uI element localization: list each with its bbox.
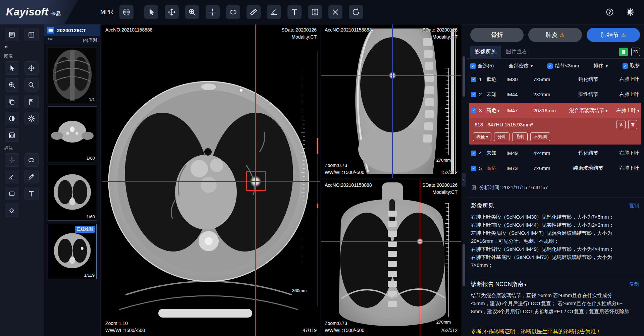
tab-imaging-findings[interactable]: 影像所见 <box>470 46 501 58</box>
sagittal-crosshair-horizontal[interactable] <box>321 75 461 76</box>
axial-slice-track[interactable] <box>317 51 318 306</box>
nodule-row-3[interactable]: 3 高危 IM47 20×16mm 混合磨玻璃结节 左肺上叶 <box>469 103 641 118</box>
followup-compare-button[interactable] <box>616 120 626 129</box>
zoom-tool-button[interactable] <box>185 5 199 19</box>
mpr-view-button[interactable]: MPR <box>119 5 133 19</box>
rail-zoom-tool[interactable] <box>5 78 19 92</box>
series-list-toggle[interactable] <box>5 28 19 41</box>
nodule-location-dropdown[interactable]: 左肺上叶 <box>608 107 639 114</box>
window-level-tool-button[interactable] <box>308 5 322 19</box>
angle-tool-button[interactable] <box>267 5 281 19</box>
ellipse-tool-button[interactable] <box>226 5 240 19</box>
axial-crosshair-horizontal[interactable] <box>102 181 320 182</box>
rail-pan-tool[interactable] <box>24 61 39 75</box>
checkbox[interactable] <box>471 92 476 97</box>
copy-findings-link[interactable]: 复制 <box>629 203 639 209</box>
rail-magnify-tool[interactable] <box>24 78 39 92</box>
panel-expander-handle[interactable] <box>462 173 466 186</box>
sort-dropdown[interactable]: 排序 <box>594 63 608 69</box>
axial-slice-marker[interactable] <box>317 138 318 154</box>
warning-icon: ⚠ <box>621 32 626 38</box>
coronal-viewport[interactable]: 270mm AccNO:202101158888 SDate:20200126 … <box>321 180 461 336</box>
feature-tag-spiculation[interactable]: 毛刺 <box>512 132 528 141</box>
thumbnail-series-4-selected[interactable]: 已经检测 1/119 <box>48 224 97 279</box>
nodule-type-dropdown[interactable]: 混合磨玻璃结节 <box>568 107 608 114</box>
series-header[interactable]: 20200126CT <box>44 24 100 36</box>
thumbnail-xray[interactable]: 1/1 <box>48 48 97 103</box>
help-icon: ? <box>606 8 614 16</box>
nodule-row-4[interactable]: 4 未知 IM49 4×4mm 钙化结节 右肺下叶 <box>469 146 641 161</box>
pan-tool-button[interactable] <box>165 5 179 19</box>
delete-nodule-button[interactable] <box>628 120 637 129</box>
checkbox[interactable] <box>471 77 476 82</box>
coronal-crosshair-horizontal[interactable] <box>321 241 461 242</box>
help-button[interactable]: ? <box>603 5 617 19</box>
nodule-roi-box[interactable] <box>246 171 266 191</box>
report-title-dropdown[interactable]: 诊断报告 NCCN指南 <box>471 280 526 288</box>
checkbox[interactable] <box>547 63 553 69</box>
ruler-tool-button[interactable] <box>247 5 261 19</box>
nodule-index: 3 <box>479 108 486 113</box>
coronal-scrollbar-handle[interactable] <box>463 244 465 286</box>
nodule-row-2[interactable]: 2 未知 IM44 2×2mm 实性结节 右肺上叶 <box>469 87 641 102</box>
axial-slice-marker-2[interactable] <box>317 204 318 208</box>
thumbnail-series-3[interactable]: 1/60 <box>48 165 97 221</box>
copy-report-link[interactable]: 复制 <box>629 281 639 287</box>
checkbox[interactable] <box>471 166 476 171</box>
sagittal-viewport[interactable]: 270mm AccNO:202101158888 SDate:20200126 … <box>321 24 461 178</box>
rail-brightness-tool[interactable] <box>24 112 39 125</box>
feature-dropdown[interactable]: 表征 <box>473 132 491 141</box>
nodule-row-5[interactable]: 5 高危 IM73 7×6mm 纯磨玻璃结节 右肺下叶 <box>469 161 641 176</box>
annot-ellipse-tool[interactable] <box>24 153 39 167</box>
select-all-filter[interactable]: 全选(5) <box>470 63 494 69</box>
checkbox[interactable] <box>623 63 628 69</box>
tab-fracture[interactable]: 骨折 <box>470 28 524 42</box>
settings-button[interactable] <box>623 5 637 19</box>
collapse-rail-button[interactable]: « <box>0 41 44 50</box>
risk-level-dropdown[interactable]: 高危 <box>486 107 506 114</box>
annot-angle-tool[interactable] <box>5 170 19 183</box>
layout-toggle[interactable] <box>24 28 39 41</box>
report-chip-button[interactable] <box>619 48 628 56</box>
feature-tag-irregular[interactable]: 不规则 <box>530 132 550 141</box>
sagittal-scrollbar-handle[interactable] <box>463 56 465 97</box>
thumbnail-series-2[interactable]: 1/60 <box>48 106 97 162</box>
annot-rect-tool[interactable] <box>5 187 19 200</box>
annot-text-tool[interactable] <box>24 187 39 200</box>
rail-flag-tool[interactable] <box>24 95 39 108</box>
coronal-crosshair-vertical[interactable] <box>420 180 420 336</box>
tab-fracture-label: 骨折 <box>491 31 503 39</box>
pointer-tool-button[interactable] <box>144 5 158 19</box>
lt3mm-filter[interactable]: 结节<3mm <box>547 63 579 69</box>
axial-viewport[interactable]: 360mm AccNO:202101158888 SDate:20200126 … <box>102 24 320 336</box>
sagittal-crosshair-vertical[interactable] <box>392 24 393 178</box>
checkbox[interactable] <box>470 63 476 69</box>
nodule-row-1[interactable]: 1 低危 IM30 7×5mm 钙化结节 右肺上叶 <box>469 72 641 87</box>
checkbox[interactable] <box>471 108 476 113</box>
density-dropdown[interactable]: 全部密度 <box>508 63 533 69</box>
tab-pneumonia[interactable]: 肺炎 ⚠ <box>528 28 582 42</box>
ct-thumb-image <box>48 107 97 162</box>
rail-contrast-tool[interactable] <box>5 112 19 125</box>
checkbox[interactable] <box>471 151 476 156</box>
ellipse-icon <box>229 8 237 16</box>
round-filter[interactable]: 取整 <box>623 63 640 69</box>
tab-lung-nodule[interactable]: 肺结节 ⚠ <box>587 28 640 42</box>
xray-thumb-image <box>48 48 97 103</box>
nodule-location: 右肺上叶 <box>608 91 639 98</box>
view-2d-toggle[interactable]: 2D <box>631 48 640 56</box>
round-label: 取整 <box>630 63 640 69</box>
crosshair-tool-button[interactable] <box>206 5 220 19</box>
report-body: 结节为混合磨玻璃结节，直径 ≥6mm 若≥6mm且存在伴实性成分 ≤5mm，建议… <box>471 291 639 316</box>
reset-tool-button[interactable] <box>349 5 363 19</box>
rail-histogram-tool[interactable] <box>5 128 19 142</box>
clear-tool-button[interactable] <box>328 5 342 19</box>
annot-crosshair-tool[interactable] <box>5 153 19 167</box>
feature-tag-lobulation[interactable]: 分叶 <box>494 132 509 141</box>
annot-eraser-tool[interactable] <box>5 204 19 217</box>
rail-copy-tool[interactable] <box>5 95 19 108</box>
text-tool-button[interactable] <box>287 5 302 19</box>
rail-pointer-tool[interactable] <box>5 61 19 75</box>
tab-image-view[interactable]: 图片查看 <box>501 46 532 58</box>
annot-pencil-tool[interactable] <box>24 170 39 183</box>
